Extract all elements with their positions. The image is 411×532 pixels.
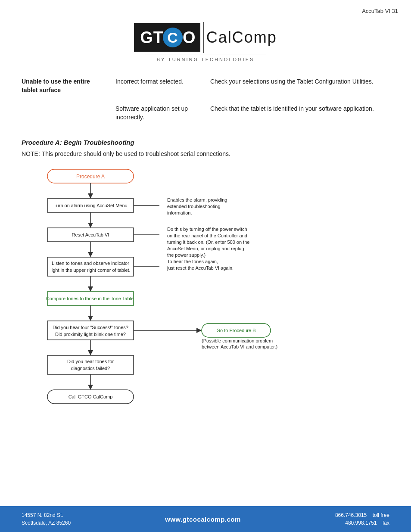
main-content: Unable to use the entire tablet surface … [0, 70, 411, 506]
note-body: This procedure should only be used to tr… [42, 150, 230, 157]
svg-rect-35 [47, 355, 134, 374]
svg-text:diagnostics failed?: diagnostics failed? [71, 366, 110, 371]
svg-marker-23 [88, 316, 93, 321]
svg-text:Procedure A: Procedure A [76, 174, 105, 180]
page-wrapper: AccuTab VI 31 GT C O Cal Comp [0, 0, 411, 532]
svg-marker-19 [88, 286, 93, 292]
footer-website: www.gtcocalcomp.com [165, 516, 241, 523]
flowchart-svg: Procedure A Turn on alarm using AccuSet … [22, 165, 409, 432]
footer-phone-toll: 866.746.3015 toll free [335, 511, 389, 519]
trouble-problem-empty [22, 98, 112, 125]
logo-vertical-divider [203, 22, 204, 53]
svg-text:Call GTCO CalComp: Call GTCO CalComp [68, 394, 113, 399]
svg-rect-14 [47, 257, 134, 276]
svg-text:turning it back on. (Or, enter: turning it back on. (Or, enter 500 on th… [167, 240, 249, 245]
footer: 14557 N. 82nd St. Scottsdale, AZ 85260 w… [0, 506, 411, 532]
svg-marker-8 [88, 223, 93, 228]
svg-text:light in the upper right corne: light in the upper right corner of table… [50, 268, 130, 273]
svg-text:information.: information. [167, 210, 192, 215]
svg-text:between AccuTab VI and compute: between AccuTab VI and computer.) [202, 344, 277, 349]
gtco-o-text: O [183, 29, 196, 46]
gtco-text: GT [140, 29, 164, 46]
footer-fax-label: fax [383, 520, 389, 526]
calcomp-block: Cal Comp [206, 28, 277, 47]
comp-text: Comp [232, 28, 277, 47]
footer-address-line1: 14557 N. 82nd St. [22, 511, 71, 519]
svg-text:Do this by turning off the pow: Do this by turning off the power switch [167, 227, 247, 232]
svg-marker-39 [88, 385, 93, 390]
logo-graphic: GT C O Cal Comp [134, 22, 277, 53]
logo-area: GT C O Cal Comp by TURNING technologies [0, 18, 411, 70]
trouble-cause-1: Incorrect format selected. [112, 74, 207, 98]
svg-marker-3 [88, 193, 93, 199]
svg-text:AccuSet Menu, or unplug and re: AccuSet Menu, or unplug and replug [167, 246, 244, 251]
note-label: NOTE: [22, 150, 40, 157]
footer-address-line2: Scottsdale, AZ 85260 [22, 519, 71, 527]
gtco-logo-block: GT C O [134, 23, 200, 52]
svg-text:Go to Procedure B: Go to Procedure B [216, 328, 255, 333]
logo-divider [145, 55, 266, 55]
svg-text:just reset the AccuTab VI agai: just reset the AccuTab VI again. [167, 265, 234, 271]
trouble-solution-2: Check that the tablet is identified in y… [207, 98, 389, 125]
svg-text:Did you hear tones for: Did you hear tones for [67, 359, 114, 364]
svg-rect-24 [47, 321, 134, 340]
logo-tagline: by TURNING technologies [157, 57, 255, 62]
footer-phone-fax: 480.998.1751 fax [335, 519, 389, 527]
svg-text:Reset AccuTab VI: Reset AccuTab VI [72, 232, 109, 237]
logo-container: GT C O Cal Comp by TURNING technologies [134, 22, 277, 62]
svg-marker-28 [196, 328, 202, 333]
procedure-title: Procedure A: Begin Troubleshooting [22, 139, 389, 146]
svg-marker-34 [88, 350, 93, 355]
svg-text:Enables the alarm, providing: Enables the alarm, providing [167, 197, 227, 202]
svg-text:To hear the tones again,: To hear the tones again, [167, 259, 218, 264]
trouble-cause-2: Software application set up incorrectly. [112, 98, 207, 125]
footer-toll-free-label: toll free [373, 512, 389, 518]
svg-text:on the rear panel of the Contr: on the rear panel of the Controller and [167, 233, 247, 238]
footer-fax-number: 480.998.1751 [345, 520, 377, 526]
cal-text: Cal [206, 28, 232, 47]
page-header: AccuTab VI 31 [0, 0, 411, 18]
svg-text:Compare tones to those in the : Compare tones to those in the Tone Table… [46, 296, 135, 301]
svg-text:Listen to tones and observe in: Listen to tones and observe indicator [52, 261, 129, 266]
page-number: AccuTab VI 31 [362, 8, 398, 14]
flowchart: Procedure A Turn on alarm using AccuSet … [22, 165, 389, 433]
trouble-table: Unable to use the entire tablet surface … [22, 74, 389, 125]
svg-text:Did proximity light blink one : Did proximity light blink one time? [55, 332, 126, 337]
note-text: NOTE: This procedure should only be used… [22, 150, 389, 157]
trouble-problem: Unable to use the entire tablet surface [22, 74, 112, 98]
trouble-solution-1: Check your selections using the Tablet C… [207, 74, 389, 98]
svg-text:Turn on alarm using AccuSet Me: Turn on alarm using AccuSet Menu [53, 203, 127, 208]
gtco-c-circle: C [163, 28, 183, 47]
footer-toll-free-number: 866.746.3015 [335, 512, 367, 518]
svg-text:(Possible communication proble: (Possible communication problem [202, 338, 273, 343]
svg-text:extended troubleshooting: extended troubleshooting [167, 204, 221, 209]
footer-address: 14557 N. 82nd St. Scottsdale, AZ 85260 [22, 511, 71, 527]
calcomp-text-row: Cal Comp [206, 28, 277, 47]
procedure-section: Procedure A: Begin Troubleshooting NOTE:… [22, 139, 389, 433]
svg-marker-13 [88, 252, 93, 257]
svg-text:the power supply.): the power supply.) [167, 252, 206, 258]
footer-contact: 866.746.3015 toll free 480.998.1751 fax [335, 511, 389, 527]
svg-text:Did you hear four "Success!" t: Did you hear four "Success!" tones? [53, 325, 128, 330]
